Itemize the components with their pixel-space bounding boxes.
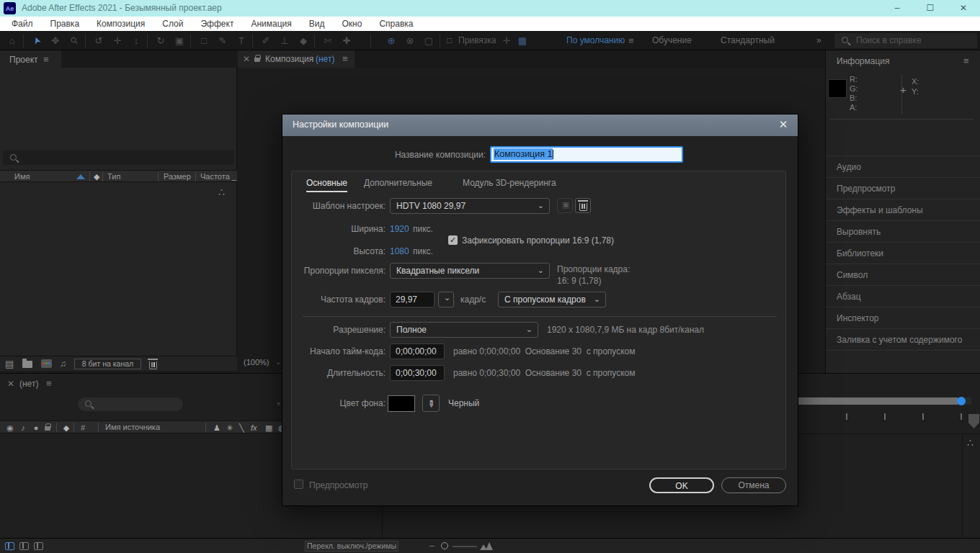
tab-advanced[interactable]: Дополнительные [364,178,432,188]
column-size[interactable]: Размер [164,172,191,181]
home-tool-icon[interactable]: ⌂ [4,31,20,50]
column-type[interactable]: Тип [107,172,120,181]
time-navigator-end-handle[interactable] [957,397,966,405]
clone-stamp-tool-icon[interactable]: ⊥ [277,31,293,50]
new-folder-icon[interactable] [22,361,32,368]
timeline-zoom-slider-track[interactable] [453,546,477,547]
tab-project[interactable]: Проект [9,55,38,65]
menu-file[interactable]: Файл [3,17,42,31]
zoom-in-mountain-icon[interactable] [486,542,493,550]
delete-preset-button[interactable] [575,198,591,213]
toggle-switches-modes-button[interactable]: Перекл. выключ./режимы [305,541,398,552]
new-composition-icon[interactable] [41,359,52,368]
roto-brush-tool-icon[interactable]: ✄ [320,31,336,50]
pixel-aspect-dropdown[interactable]: Квадратные пиксели ⌄ [390,263,550,279]
minimize-button[interactable]: – [881,0,914,17]
rotation-tool-icon[interactable]: ↻ [153,31,169,50]
workspace-menu-icon[interactable]: ≡ [628,31,634,50]
column-divider[interactable] [89,172,90,181]
label-column-icon[interactable]: ◆ [94,172,99,181]
save-preset-button[interactable]: ▣ [557,198,573,213]
layer-number-column[interactable]: # [78,421,88,434]
menu-animation[interactable]: Анимация [242,17,300,31]
timeline-menu-icon[interactable]: ≡ [46,378,52,389]
composition-name-input[interactable]: Композиция 1 [490,146,683,163]
start-timecode-input[interactable] [390,343,445,359]
camera-tool-icon[interactable]: ▣ [172,31,187,50]
frame-blend-switch-icon[interactable]: ▦ [265,421,272,434]
panel-align-header[interactable]: Выровнять [826,220,980,242]
comp-flowchart-icon[interactable]: ∴ [967,437,974,449]
lock-aspect-checkbox[interactable]: ✓ [448,235,458,245]
menu-edit[interactable]: Правка [42,17,89,31]
menu-window[interactable]: Окно [333,17,370,31]
puppet-pin-tool-icon[interactable]: ✚ [339,31,355,50]
lock-icon[interactable] [254,58,260,62]
eyedropper-button[interactable]: ✐ [422,395,440,412]
snap-grid-icon[interactable]: ▦ [514,31,530,50]
preset-dropdown[interactable]: HDTV 1080 29,97 ⌄ [390,198,550,214]
info-panel-menu-icon[interactable]: ≡ [963,55,969,66]
panel-paragraph-header[interactable]: Абзац [826,285,980,307]
dialog-close-icon[interactable]: ✕ [776,118,790,131]
solo-column-icon[interactable]: ● [30,421,42,434]
collapse-switch-icon[interactable]: ✳ [226,421,233,434]
menu-help[interactable]: Справка [370,17,422,31]
tab-basic[interactable]: Основные [306,178,347,192]
tab-3d-renderer[interactable]: Модуль 3D-рендеринга [463,178,556,188]
close-button[interactable]: ✕ [947,0,980,17]
selection-tool-icon[interactable]: ➤ [25,30,49,52]
shy-switch-icon[interactable]: ♟ [213,421,220,434]
project-panel-menu-icon[interactable]: ≡ [43,54,49,65]
column-name[interactable]: Имя [14,172,30,181]
timeline-tab-status[interactable]: (нет) [19,379,38,389]
expand-transfer-controls-icon[interactable] [19,542,29,550]
dialog-titlebar[interactable]: Настройки композиции ✕ [282,114,798,136]
interpret-footage-icon[interactable]: ▤ [5,359,14,369]
panel-libraries-header[interactable]: Библиотеки [826,242,980,264]
timeline-search-input[interactable] [78,397,183,411]
expand-in-out-panes-icon[interactable] [34,542,43,550]
maximize-button[interactable]: ☐ [914,0,947,17]
viewer-zoom-dropdown[interactable]: (100%) [244,358,269,367]
viewer-menu-icon[interactable]: ≡ [342,53,348,64]
source-name-column[interactable]: Имя источника [105,423,160,431]
column-divider[interactable] [102,172,103,181]
workspace-tab-standard[interactable]: Стандартный [721,31,775,50]
panel-effects-presets-header[interactable]: Эффекты и шаблоны [826,199,980,220]
cancel-button[interactable]: Отмена [721,477,786,493]
column-divider[interactable] [195,172,196,181]
timeline-zoom-slider-knob[interactable] [441,542,448,549]
panel-inspector-header[interactable]: Инспектор [826,307,980,328]
pen-tool-icon[interactable]: ✎ [215,31,231,50]
panel-preview-header[interactable]: Предпросмотр [826,177,980,199]
current-time-indicator[interactable] [968,414,979,428]
audio-column-icon[interactable]: ♪ [17,421,29,434]
help-search-input[interactable]: Поиск в справке [834,33,977,48]
tab-close-icon[interactable]: ✕ [7,379,14,389]
quality-switch-icon[interactable]: ╲ [239,421,244,434]
trash-icon[interactable] [149,361,157,369]
resolution-dropdown[interactable]: Полное ⌄ [390,322,538,338]
panel-info-header[interactable]: Информация [837,56,889,66]
type-tool-icon[interactable]: T [233,31,249,50]
time-navigator-thumb[interactable] [798,397,958,405]
dolly-camera-tool-icon[interactable]: ↕ [128,31,144,50]
snap-option-icon[interactable]: ✛ [499,31,514,50]
label-column-icon[interactable]: ◆ [61,421,72,434]
height-value[interactable]: 1080 [390,246,409,256]
effects-switch-icon[interactable]: fx [251,421,257,434]
sort-ascending-icon[interactable] [76,174,85,179]
bg-color-swatch[interactable] [388,395,415,412]
zoom-tool-icon[interactable]: ⚲ [62,28,87,53]
orbit-camera-tool-icon[interactable]: ↺ [91,31,107,50]
workspace-overflow-icon[interactable]: » [816,31,821,50]
world-axis-mode-icon[interactable]: ⊗ [402,31,418,50]
preview-checkbox[interactable] [294,480,303,489]
column-divider[interactable] [158,172,159,181]
snap-checkbox[interactable]: □ [447,31,452,50]
frame-rate-input[interactable] [390,292,435,307]
bit-depth-button[interactable]: 8 бит на канал [74,359,141,369]
duration-input[interactable] [390,365,445,381]
width-value[interactable]: 1920 [390,224,409,234]
